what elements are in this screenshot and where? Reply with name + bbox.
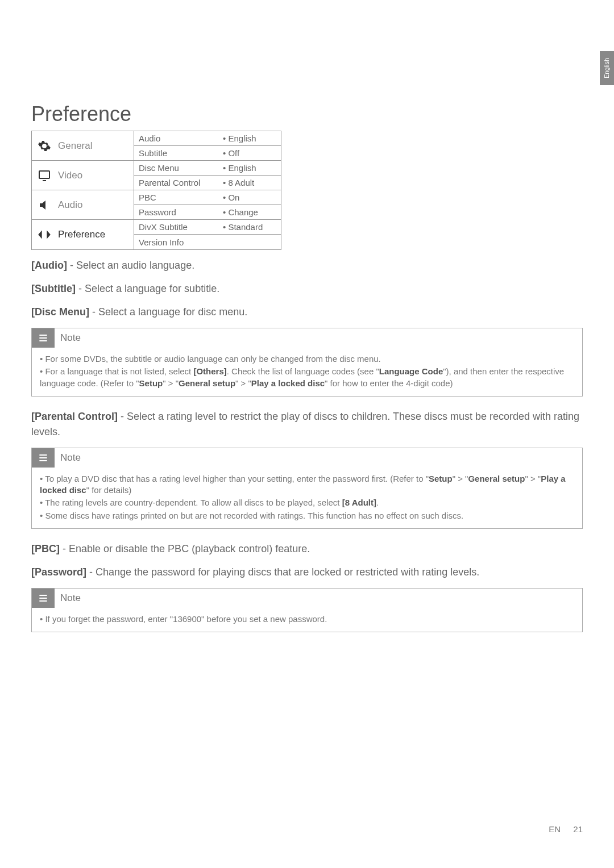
svg-rect-0 [39,171,49,178]
settings-values: Audio• English Subtitle• Off Disc Menu• … [134,131,281,249]
desc-password: [Password] - Change the password for pla… [31,565,583,580]
note-icon [32,589,55,608]
footer-page-number: 21 [573,824,583,834]
gear-icon [36,138,52,154]
setting-row-subtitle: Subtitle• Off [134,146,281,161]
setting-row-password: Password• Change [134,205,281,220]
note-title: Note [60,332,81,344]
speaker-icon [36,197,52,213]
note-box-2: Note To play a DVD disc that has a ratin… [31,448,583,529]
setting-row-version: Version Info [134,235,281,249]
category-audio-label: Audio [58,199,82,211]
category-general-label: General [58,140,92,152]
category-audio: Audio [32,190,134,220]
desc-audio: [Audio] - Select an audio language. [31,258,583,273]
note-body: For some DVDs, the subtitle or audio lan… [32,348,582,396]
setting-row-pbc: PBC• On [134,190,281,205]
setting-row-divx: DivX Subtitle• Standard [134,220,281,235]
arrows-icon [36,227,52,243]
desc-subtitle: [Subtitle] - Select a language for subti… [31,281,583,297]
note-box-1: Note For some DVDs, the subtitle or audi… [31,328,583,397]
note-icon [32,448,55,468]
footer-lang: EN [549,824,561,834]
desc-disc-menu: [Disc Menu] - Select a language for disc… [31,304,583,320]
side-tab-label: English [604,58,611,78]
side-tab-english: English [600,51,614,85]
note2-item2: The rating levels are country-dependent.… [40,497,574,508]
settings-panel: General Video Audio Preference Audio• En… [31,131,281,250]
note2-item3: Some discs have ratings printed on but a… [40,510,574,521]
note-icon [32,328,55,348]
desc-parental: [Parental Control] - Select a rating lev… [31,409,583,440]
note-header: Note [32,589,582,608]
setting-row-disc-menu: Disc Menu• English [134,161,281,176]
note3-item1: If you forget the password, enter "13690… [40,614,574,625]
settings-categories: General Video Audio Preference [32,131,134,249]
category-video: Video [32,161,134,190]
category-preference: Preference [32,220,134,249]
note-body: To play a DVD disc that has a rating lev… [32,468,582,528]
note-title: Note [60,452,81,464]
monitor-icon [36,168,52,183]
category-preference-label: Preference [58,229,105,240]
note1-item2: For a language that is not listed, selec… [40,366,574,389]
category-general: General [32,131,134,161]
note2-item1: To play a DVD disc that has a rating lev… [40,473,574,496]
setting-row-audio: Audio• English [134,131,281,146]
setting-row-parental: Parental Control• 8 Adult [134,176,281,190]
desc-pbc: [PBC] - Enable or disable the PBC (playb… [31,541,583,557]
note1-item1: For some DVDs, the subtitle or audio lan… [40,353,574,365]
page-heading: Preference [31,102,583,126]
category-video-label: Video [58,170,82,181]
note-body: If you forget the password, enter "13690… [32,608,582,632]
note-header: Note [32,328,582,348]
note-header: Note [32,448,582,468]
note-title: Note [60,592,81,604]
page-footer: EN 21 [549,824,583,834]
note-box-3: Note If you forget the password, enter "… [31,588,583,632]
